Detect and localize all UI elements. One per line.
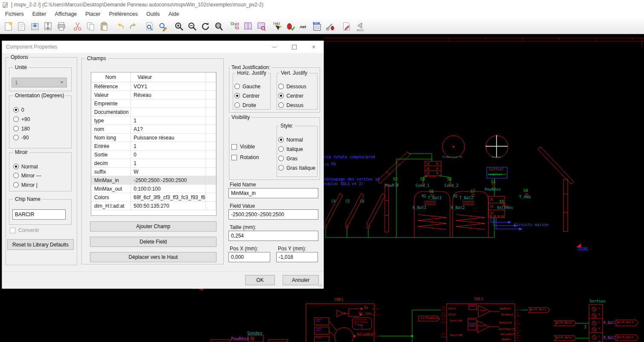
undo-button[interactable] — [113, 20, 127, 33]
field-cell[interactable]: Nom long — [91, 133, 130, 142]
orientation-90-radio[interactable]: +90 — [13, 116, 30, 122]
pos-y-input[interactable] — [276, 252, 318, 262]
field-cell[interactable]: MinMax_out — [91, 185, 130, 193]
field-cell[interactable]: nom — [91, 125, 130, 133]
unit-combobox[interactable]: 1 — [12, 78, 67, 87]
field-row[interactable]: Entrée1 — [91, 142, 216, 151]
field-cell[interactable]: Documentation — [91, 108, 130, 116]
field-cell[interactable] — [205, 193, 216, 202]
bom-button[interactable]: BOM — [310, 20, 323, 33]
find-button[interactable] — [143, 20, 156, 33]
field-cell[interactable] — [205, 185, 216, 193]
paste-button[interactable] — [97, 20, 110, 33]
style-gras-radio[interactable]: Gras — [278, 155, 297, 162]
mirror-normal-radio[interactable]: Normal — [13, 163, 38, 170]
field-cell[interactable]: 1 — [130, 116, 205, 125]
field-cell[interactable] — [205, 202, 216, 210]
field-cell[interactable]: 0:100:0:100 — [130, 185, 205, 193]
column-header-nom[interactable]: Nom — [91, 72, 130, 82]
field-row[interactable]: Empreinte — [91, 99, 216, 108]
style-italique-radio[interactable]: Italique — [278, 146, 303, 152]
menu-editer[interactable]: Editer — [28, 10, 51, 18]
hjustify-droite-radio[interactable]: Droite — [234, 102, 256, 108]
field-cell[interactable]: Entrée — [91, 142, 130, 151]
field-cell[interactable] — [130, 108, 205, 116]
field-cell[interactable]: Empreinte — [91, 99, 130, 108]
style-normal-radio[interactable]: Normal — [278, 136, 303, 143]
pos-x-input[interactable] — [228, 252, 270, 262]
orientation-minus90-radio[interactable]: -90 — [13, 134, 29, 141]
field-row[interactable]: decim1 — [91, 159, 216, 168]
field-row[interactable]: type1 — [91, 116, 216, 125]
annotate-button[interactable]: 7402 — [271, 20, 284, 33]
add-field-button[interactable]: Ajouter Champ — [90, 221, 217, 232]
find-replace-button[interactable] — [156, 20, 169, 33]
field-value-input[interactable] — [228, 209, 318, 220]
field-cell[interactable]: W — [130, 168, 205, 176]
chip-name-input[interactable] — [12, 209, 66, 220]
zoom-in-button[interactable] — [172, 20, 185, 33]
field-cell[interactable] — [205, 91, 216, 99]
field-cell[interactable]: A1? — [130, 125, 205, 133]
convert-checkbox[interactable]: Convertir — [10, 227, 39, 233]
field-cell[interactable]: Valeur — [91, 91, 130, 99]
resize-grip[interactable] — [318, 283, 322, 287]
page-edit-button[interactable] — [340, 20, 353, 33]
dialog-minimize-button[interactable] — [267, 43, 282, 51]
open-button[interactable] — [15, 20, 28, 33]
zoom-fit-button[interactable] — [212, 20, 225, 33]
field-cell[interactable]: 0 — [130, 151, 205, 159]
field-row[interactable]: ValeurRéseau — [91, 91, 216, 99]
field-row[interactable]: nomA1? — [91, 125, 216, 133]
menu-outils[interactable]: Outils — [142, 10, 164, 18]
field-row[interactable]: Sortie0 — [91, 151, 216, 159]
cut-button[interactable] — [71, 20, 84, 33]
dialog-maximize-button[interactable] — [287, 43, 301, 51]
copy-button[interactable] — [84, 20, 97, 33]
library-viewer-button[interactable] — [254, 20, 268, 33]
field-cell[interactable] — [205, 151, 216, 159]
field-cell[interactable]: 1 — [130, 159, 205, 168]
vjustify-dessus-radio[interactable]: Dessus — [278, 102, 303, 108]
field-cell[interactable]: decim — [91, 159, 130, 168]
column-header-valeur[interactable]: Valeur — [130, 72, 205, 82]
field-row[interactable]: MinMax_in-2500:2500:-2500:2500 — [91, 176, 216, 185]
menu-affichage[interactable]: Affichage — [50, 10, 81, 18]
field-cell[interactable] — [205, 99, 216, 108]
field-cell[interactable]: -2500:2500:-2500:2500 — [130, 176, 205, 185]
field-cell[interactable]: 1 — [130, 142, 205, 151]
footprint-button[interactable] — [323, 20, 337, 33]
field-cell[interactable]: 500:50:135:270 — [130, 202, 205, 210]
sheet-settings-button[interactable] — [41, 20, 55, 33]
field-cell[interactable]: type — [91, 116, 130, 125]
field-cell[interactable] — [205, 133, 216, 142]
cancel-button[interactable]: Annuler — [283, 275, 319, 285]
menu-preferences[interactable]: Préférences — [105, 10, 142, 18]
menu-aide[interactable]: Aide — [164, 10, 183, 18]
library-browser-button[interactable] — [241, 20, 254, 33]
hierarchy-button[interactable] — [228, 20, 241, 33]
field-name-input[interactable] — [228, 188, 318, 198]
field-row[interactable]: dim_H:l:ad:at500:50:135:270 — [91, 202, 216, 210]
field-cell[interactable]: suffix — [91, 168, 130, 176]
dialog-close-button[interactable]: × — [306, 43, 321, 51]
field-cell[interactable] — [130, 99, 205, 108]
ok-button[interactable]: OK — [245, 275, 275, 285]
size-input[interactable] — [228, 231, 318, 241]
field-row[interactable]: Colors69f_6cf_3f9_cf3_ff3_fc3_f93_f63 — [91, 193, 216, 202]
field-cell[interactable]: Colors — [91, 193, 130, 202]
erc-button[interactable] — [284, 20, 297, 33]
field-cell[interactable]: dim_H:l:ad:at — [91, 202, 130, 210]
dialog-titlebar[interactable]: Component Properties × — [2, 41, 323, 53]
field-cell[interactable] — [205, 108, 216, 116]
mirror-vertical-radio[interactable]: Mirror | — [13, 182, 38, 188]
netlist-button[interactable]: .net — [297, 20, 310, 33]
hjustify-gauche-radio[interactable]: Gauche — [234, 83, 260, 90]
field-row[interactable]: suffixW — [91, 168, 216, 176]
zoom-out-button[interactable] — [185, 20, 199, 33]
field-cell[interactable]: MinMax_in — [91, 176, 130, 185]
redo-button[interactable] — [127, 20, 140, 33]
field-cell[interactable] — [205, 168, 216, 176]
redraw-button[interactable] — [199, 20, 212, 33]
field-row[interactable]: MinMax_out0:100:0:100 — [91, 185, 216, 193]
